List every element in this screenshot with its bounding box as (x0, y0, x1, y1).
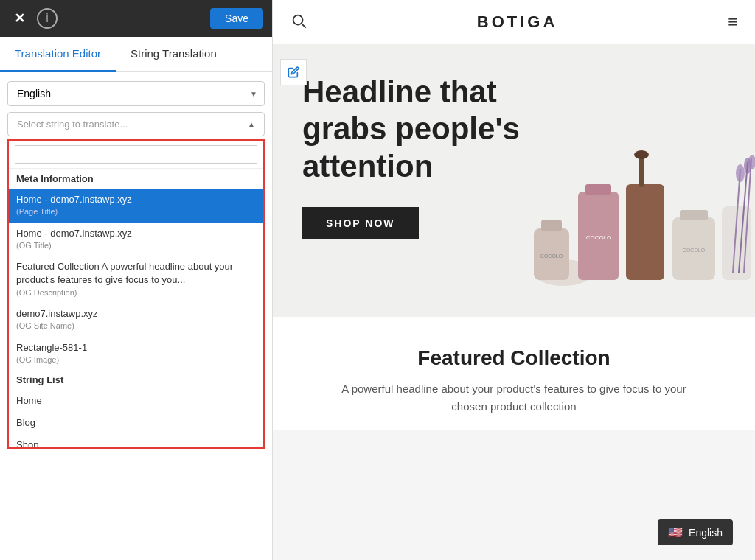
svg-point-19 (736, 164, 745, 182)
meta-item-og-image-main: Rectangle-581-1 (16, 341, 256, 354)
string-list-group-label: String List (9, 370, 263, 390)
flag-icon: 🇺🇸 (668, 525, 683, 539)
language-badge[interactable]: 🇺🇸 English (658, 519, 733, 545)
save-button[interactable]: Save (210, 8, 263, 29)
featured-title: Featured Collection (288, 346, 740, 370)
meta-item-og-title-sub: (OG Title) (16, 240, 256, 251)
string-list-item-home[interactable]: Home (9, 390, 263, 412)
meta-item-og-title-main: Home - demo7.instawp.xyz (16, 227, 256, 240)
meta-item-page-title-main: Home - demo7.instawp.xyz (16, 193, 256, 206)
svg-rect-4 (541, 220, 562, 231)
meta-item-og-site-name-main: demo7.instawp.xyz (16, 307, 256, 321)
top-bar: ✕ i Save (0, 0, 272, 37)
language-select[interactable]: English French Spanish German (7, 81, 265, 106)
svg-rect-7 (585, 184, 611, 195)
svg-rect-10 (639, 155, 644, 187)
string-selector-display[interactable]: Select string to translate... ▲ (7, 112, 265, 136)
string-list-item-shop[interactable]: Shop (9, 434, 263, 449)
svg-line-1 (302, 24, 305, 27)
hero-headline: Headline that grabs people's attention (302, 74, 538, 185)
tab-string-translation[interactable]: String Translation (116, 37, 232, 72)
language-badge-label: English (689, 527, 723, 539)
language-selector-wrapper: English French Spanish German (7, 81, 265, 106)
string-selector-placeholder: Select string to translate... (17, 119, 128, 130)
search-icon[interactable] (290, 13, 307, 32)
meta-item-page-title-sub: (Page Title) (16, 206, 256, 217)
svg-text:COCOLO: COCOLO (683, 248, 706, 253)
meta-item-og-image-sub: (OG Image) (16, 354, 256, 365)
meta-item-og-description-sub: (OG Description) (16, 287, 256, 298)
meta-item-page-title[interactable]: Home - demo7.instawp.xyz (Page Title) (9, 189, 263, 223)
svg-text:COCOLO: COCOLO (540, 253, 563, 259)
svg-point-11 (634, 150, 649, 159)
tab-translation-editor[interactable]: Translation Editor (0, 37, 116, 72)
hero-edit-icon[interactable] (280, 59, 307, 85)
meta-item-og-description-main: Featured Collection A powerful headline … (16, 260, 256, 287)
meta-information-group-label: Meta Information (9, 169, 263, 189)
meta-item-og-site-name[interactable]: demo7.instawp.xyz (OG Site Name) (9, 303, 263, 337)
hero-section: Headline that grabs people's attention S… (273, 44, 755, 317)
string-list-item-blog[interactable]: Blog (9, 412, 263, 434)
meta-item-og-title[interactable]: Home - demo7.instawp.xyz (OG Title) (9, 223, 263, 256)
meta-item-og-site-name-sub: (OG Site Name) (16, 321, 256, 332)
dropdown-search-input[interactable] (15, 145, 257, 164)
right-panel: BOTIGA ≡ Headline that grabs people's at… (273, 0, 755, 560)
string-dropdown[interactable]: Meta Information Home - demo7.instawp.xy… (7, 139, 265, 449)
featured-section: Featured Collection A powerful headline … (273, 317, 755, 430)
dropdown-search-wrapper (9, 141, 263, 169)
hamburger-menu-icon[interactable]: ≡ (728, 13, 737, 32)
meta-item-og-image[interactable]: Rectangle-581-1 (OG Image) (9, 337, 263, 371)
string-selector-wrapper: Select string to translate... ▲ (7, 112, 265, 136)
string-selector-arrow: ▲ (248, 120, 255, 128)
featured-description: A powerful headline about your product's… (337, 380, 691, 416)
site-logo: BOTIGA (477, 13, 558, 32)
info-button[interactable]: i (37, 8, 58, 29)
site-nav: BOTIGA ≡ (273, 0, 755, 44)
left-panel: ✕ i Save Translation Editor String Trans… (0, 0, 273, 560)
svg-rect-13 (680, 210, 708, 220)
svg-text:COCOLO: COCOLO (586, 234, 612, 241)
close-button[interactable]: ✕ (9, 8, 29, 29)
meta-item-og-description[interactable]: Featured Collection A powerful headline … (9, 256, 263, 303)
svg-rect-9 (626, 184, 664, 280)
tabs: Translation Editor String Translation (0, 37, 272, 72)
shop-now-button[interactable]: SHOP NOW (302, 207, 419, 239)
hero-text: Headline that grabs people's attention S… (302, 74, 538, 239)
